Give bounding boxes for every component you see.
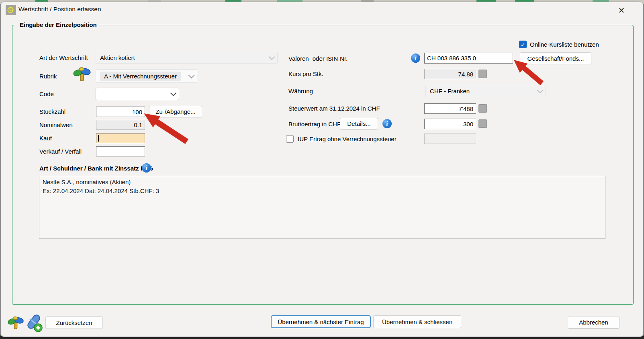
stueckzahl-label: Stückzahl	[39, 108, 65, 115]
nominalwert-input	[96, 120, 145, 130]
close-icon[interactable]: ✕	[615, 4, 628, 17]
chevron-down-icon	[188, 72, 195, 78]
beschreibung-textarea[interactable]: Nestle S.A., nominatives (Aktien) Ex: 22…	[39, 176, 605, 239]
waehrung-value: CHF - Franken	[430, 88, 470, 95]
steuerwert-input[interactable]	[424, 103, 476, 114]
online-kursliste-checkbox[interactable]: ✓	[519, 41, 527, 48]
chevron-down-icon	[170, 90, 177, 97]
art-der-wertschrift-label: Art der Wertschrift	[39, 54, 88, 61]
abbrechen-button[interactable]: Abbrechen	[568, 316, 619, 329]
app-icon	[6, 5, 16, 15]
schuldner-label: Art / Schuldner / Bank mit Zinssatz in %	[39, 165, 153, 172]
spiral-rings-icon	[7, 6, 15, 14]
art-der-wertschrift-select[interactable]: Aktien kotiert	[96, 52, 278, 64]
text-caret	[98, 135, 99, 142]
verkauf-verfall-input[interactable]	[96, 146, 145, 156]
iup-label: IUP Ertrag ohne Verrechnungssteuer	[298, 136, 397, 142]
palm-tree-icon[interactable]	[7, 315, 24, 333]
palm-tree-icon	[73, 66, 91, 85]
rubrik-value: A - Mit Verrechnungssteuer	[100, 72, 181, 81]
titlebar: Wertschrift / Position erfassen ✕	[1, 2, 643, 19]
steuerwert-label: Steuerwert am 31.12.2024 in CHF	[288, 105, 380, 112]
stueckzahl-input[interactable]	[96, 107, 145, 117]
gesellschaft-fonds-button[interactable]: Gesellschaft/Fonds...	[520, 52, 591, 64]
online-kursliste-label: Online-Kursliste benutzen	[530, 41, 599, 48]
groupbox-einzelposition: Eingabe der Einzelposition Art der Werts…	[12, 25, 634, 305]
iup-input	[424, 134, 476, 144]
zuruecksetzen-button[interactable]: Zurücksetzen	[45, 316, 103, 329]
bruttoertrag-square-button[interactable]	[478, 119, 487, 128]
iup-checkbox[interactable]	[286, 135, 294, 143]
info-icon[interactable]: i	[382, 119, 392, 128]
details-button[interactable]: Details...	[340, 118, 378, 129]
chevron-down-icon	[269, 54, 275, 60]
steuerwert-square-button[interactable]	[478, 104, 487, 113]
uebernehmen-naechster-eintrag-button[interactable]: Übernehmen & nächster Eintrag	[271, 315, 371, 328]
valoren-isin-label: Valoren- oder ISIN-Nr.	[288, 55, 348, 62]
nominalwert-label: Nominalwert	[39, 121, 73, 128]
kurs-pro-stk-input	[424, 69, 476, 79]
code-label: Code	[39, 90, 54, 97]
valoren-isin-input[interactable]	[424, 53, 513, 64]
chevron-down-icon	[537, 87, 544, 94]
kauf-input[interactable]	[96, 133, 145, 143]
waehrung-label: Währung	[288, 88, 313, 95]
groupbox-legend: Eingabe der Einzelposition	[17, 21, 99, 28]
bruttoertrag-label: Bruttoertrag in CHF	[288, 121, 341, 127]
zu-abgaenge-button[interactable]: Zu-/Abgänge...	[149, 106, 202, 117]
window-title: Wertschrift / Position erfassen	[18, 6, 101, 13]
paperclip-add-icon[interactable]	[25, 312, 44, 333]
background-bottom-strip	[0, 336, 644, 339]
kauf-label: Kauf	[39, 135, 52, 142]
rubrik-select[interactable]: A - Mit Verrechnungssteuer	[96, 69, 197, 83]
dialog-wertschrift-erfassen: Wertschrift / Position erfassen ✕ Eingab…	[1, 2, 643, 337]
kurs-pro-stk-label: Kurs pro Stk.	[288, 70, 323, 77]
art-der-wertschrift-value: Aktien kotiert	[100, 54, 135, 61]
verkauf-verfall-label: Verkauf / Verfall	[39, 148, 82, 155]
rubrik-label: Rubrik	[39, 73, 57, 80]
uebernehmen-schliessen-button[interactable]: Übernehmen & schliessen	[373, 315, 461, 328]
code-select[interactable]	[96, 88, 179, 100]
waehrung-select[interactable]: CHF - Franken	[425, 85, 546, 97]
bruttoertrag-input[interactable]	[424, 119, 476, 129]
info-icon[interactable]: i	[411, 53, 420, 63]
info-icon[interactable]: i	[142, 163, 151, 173]
check-icon: ✓	[521, 41, 525, 48]
kurs-detail-square-button[interactable]	[478, 70, 487, 78]
